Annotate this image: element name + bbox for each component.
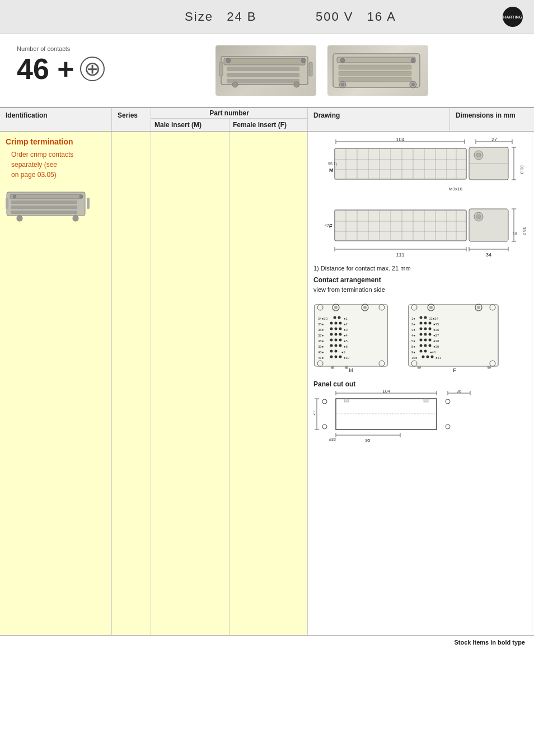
svg-text:27: 27	[491, 137, 497, 142]
male-connector-svg	[218, 48, 313, 93]
svg-point-181	[420, 344, 423, 347]
svg-rect-25	[11, 206, 77, 209]
ground-symbol: ⊕	[80, 57, 105, 81]
svg-point-17	[411, 58, 415, 63]
footer: Stock Items in bold type	[0, 636, 534, 649]
svg-point-32	[73, 216, 78, 221]
svg-text:2●: 2●	[411, 323, 415, 326]
svg-text:⊕: ⊕	[330, 365, 335, 370]
svg-text:●4: ●4	[344, 334, 348, 337]
svg-text:●8: ●8	[344, 345, 348, 348]
svg-rect-29	[6, 198, 8, 209]
col-series-header: Series	[112, 108, 151, 131]
svg-text:95: 95	[366, 438, 371, 443]
contacts-number: 46 +	[17, 54, 74, 83]
svg-text:22●24: 22●24	[429, 317, 439, 320]
page-header: Size 24 B 500 V 16 A HARTING	[0, 0, 534, 34]
svg-text:38.2: 38.2	[522, 227, 526, 236]
svg-point-115	[339, 322, 342, 325]
svg-point-158	[424, 316, 427, 319]
svg-point-135	[339, 344, 342, 347]
panel-cutout-section: Panel cut out 104 36	[313, 380, 526, 447]
svg-text:24●23: 24●23	[318, 317, 328, 320]
svg-point-178	[429, 339, 432, 342]
svg-text:●39: ●39	[433, 345, 439, 348]
contacts-section: Number of contacts 46 + ⊕	[17, 45, 105, 83]
svg-rect-8	[309, 62, 312, 76]
svg-rect-221	[344, 399, 349, 402]
svg-rect-26	[11, 211, 77, 214]
svg-text:111: 111	[396, 252, 404, 258]
svg-point-152	[429, 306, 433, 309]
svg-text:●41: ●41	[435, 356, 442, 360]
female-col	[229, 132, 308, 635]
svg-point-114	[335, 322, 338, 325]
svg-point-163	[429, 322, 432, 325]
svg-point-124	[335, 333, 338, 336]
series-col	[112, 132, 151, 635]
header-right: HARTING	[503, 7, 523, 27]
svg-text:47.7: 47.7	[325, 223, 332, 227]
contact-arrangement-title: Contact arrangement	[313, 276, 526, 284]
svg-rect-23	[10, 194, 82, 199]
svg-rect-1	[224, 58, 305, 65]
svg-text:●36: ●36	[433, 328, 439, 332]
svg-rect-15	[339, 77, 411, 82]
svg-point-177	[424, 339, 427, 342]
svg-point-191	[427, 356, 429, 358]
svg-point-10	[294, 82, 299, 87]
svg-text:35●: 35●	[318, 323, 324, 326]
table-header: Identification Series Part number Male i…	[0, 107, 534, 132]
svg-text:39●: 39●	[318, 345, 324, 348]
contacts-value: 46 + ⊕	[17, 54, 105, 83]
svg-text:⊕: ⊕	[417, 365, 421, 370]
svg-point-182	[424, 344, 427, 347]
svg-point-120	[339, 328, 342, 330]
svg-point-162	[424, 322, 427, 325]
svg-rect-98	[315, 305, 387, 366]
svg-point-104	[334, 306, 338, 309]
svg-text:10●: 10●	[411, 356, 418, 360]
distance-note: 1) Distance for contact max. 21 mm	[313, 265, 526, 272]
svg-text:●10: ●10	[344, 356, 350, 360]
svg-point-118	[330, 328, 333, 330]
svg-point-6	[301, 58, 306, 63]
svg-rect-13	[339, 65, 411, 69]
svg-point-192	[431, 356, 434, 358]
svg-point-128	[330, 339, 333, 342]
svg-point-139	[335, 350, 338, 353]
svg-point-123	[330, 333, 333, 336]
svg-point-133	[330, 344, 333, 347]
svg-rect-4	[227, 79, 299, 83]
svg-point-27	[13, 195, 16, 198]
svg-text:●9: ●9	[341, 351, 346, 354]
svg-text:1●: 1●	[411, 317, 415, 320]
svg-point-157	[420, 316, 423, 319]
part-number-label: Part number	[151, 108, 307, 119]
svg-point-20	[341, 83, 344, 86]
svg-point-134	[335, 344, 338, 347]
voltage-value: 500 V	[316, 10, 354, 24]
svg-text:4●: 4●	[411, 334, 415, 337]
svg-rect-3	[227, 73, 299, 77]
svg-point-28	[79, 195, 83, 198]
panel-cutout-svg: 104 36	[313, 390, 481, 446]
svg-point-138	[330, 350, 333, 353]
svg-point-143	[335, 356, 338, 358]
svg-text:27: 27	[313, 410, 316, 416]
drawing-col: 104 27 M	[308, 132, 532, 635]
svg-text:●3: ●3	[344, 328, 348, 332]
svg-point-144	[339, 356, 342, 358]
svg-rect-12	[337, 57, 415, 63]
footer-text: Stock Items in bold type	[454, 639, 525, 646]
svg-text:3●: 3●	[411, 328, 415, 332]
svg-text:⊕: ⊕	[344, 365, 349, 370]
svg-text:●2: ●2	[344, 323, 348, 326]
svg-point-176	[420, 339, 423, 342]
size-value: 24 B	[227, 10, 256, 24]
female-connector-svg	[330, 48, 425, 93]
svg-point-119	[335, 328, 338, 330]
svg-point-106	[363, 306, 367, 309]
svg-text:F: F	[453, 367, 456, 373]
col-male-header: Male insert (M)	[151, 119, 229, 131]
